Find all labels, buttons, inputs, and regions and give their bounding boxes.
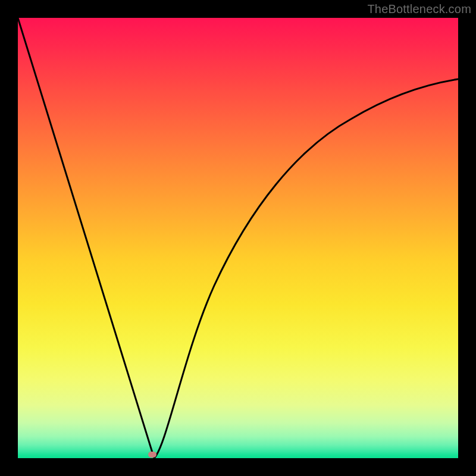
min-point-marker bbox=[148, 452, 156, 458]
watermark-text: TheBottleneck.com bbox=[367, 2, 471, 16]
curve-path bbox=[18, 18, 458, 458]
bottleneck-curve bbox=[18, 18, 458, 458]
chart-frame: TheBottleneck.com bbox=[0, 0, 476, 476]
plot-area bbox=[18, 18, 458, 458]
